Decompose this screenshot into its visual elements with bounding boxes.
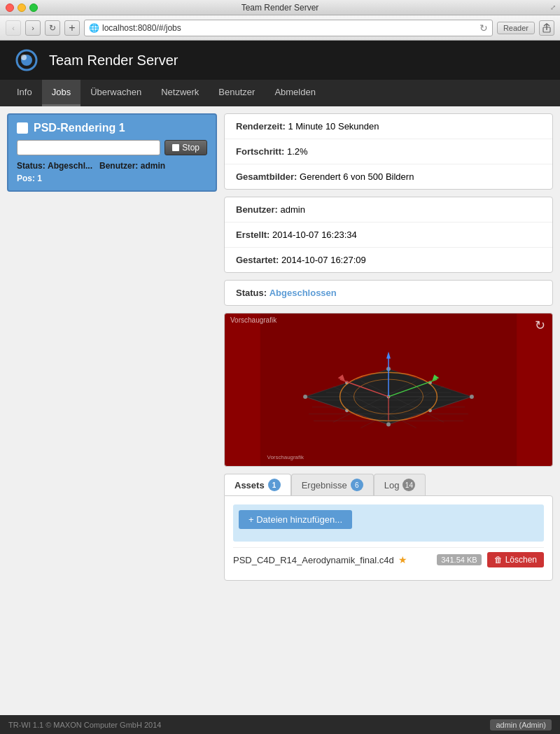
status-value: Abgeschl... bbox=[48, 161, 92, 171]
tab-results[interactable]: Ergebnisse 6 bbox=[291, 474, 374, 495]
svg-point-21 bbox=[470, 395, 474, 399]
svg-point-22 bbox=[386, 423, 391, 427]
asset-filename: PSD_C4D_R14_Aerodynamik_final.c4d bbox=[233, 555, 394, 565]
render-time-row: Renderzeit: 1 Minute 10 Sekunden bbox=[225, 114, 552, 139]
total-images-val: Gerendert 6 von 500 Bildern bbox=[300, 171, 414, 182]
address-bar: ‹ › ↻ + 🌐 localhost:8080/#/jobs ↻ Reader bbox=[0, 15, 560, 41]
progress-row: Fortschritt: 1.2% bbox=[225, 139, 552, 164]
close-button[interactable] bbox=[6, 3, 14, 12]
pos-label: Pos: bbox=[17, 174, 35, 183]
url-secure-icon: 🌐 bbox=[89, 23, 99, 33]
job-status: Status: Abgeschl... bbox=[17, 161, 92, 171]
started-val: 2014-10-07 16:27:09 bbox=[281, 255, 366, 265]
nav-item-info[interactable]: Info bbox=[7, 80, 42, 106]
delete-button[interactable]: 🗑 Löschen bbox=[487, 552, 544, 567]
asset-star-icon: ★ bbox=[398, 554, 407, 565]
trash-icon: 🗑 bbox=[494, 555, 503, 565]
started-label: Gestartet: bbox=[236, 255, 279, 265]
job-input[interactable] bbox=[17, 140, 160, 155]
titlebar: Team Render Server ⤢ bbox=[0, 0, 560, 15]
stop-label: Stop bbox=[182, 143, 200, 153]
user-val: admin bbox=[281, 204, 305, 215]
tab-assets-badge: 1 bbox=[268, 479, 281, 491]
created-label: Erstellt: bbox=[236, 230, 270, 240]
user-label: Benutzer: bbox=[99, 161, 138, 171]
created-val: 2014-10-07 16:23:34 bbox=[272, 230, 357, 240]
window-controls bbox=[6, 3, 38, 12]
footer-copyright: TR-WI 1.1 © MAXON Computer GmbH 2014 bbox=[8, 721, 161, 729]
footer-user: admin (Admin) bbox=[490, 719, 552, 731]
user-info-card: Benutzer: admin Erstellt: 2014-10-07 16:… bbox=[224, 197, 553, 273]
total-images-label: Gesamtbilder: bbox=[236, 171, 297, 182]
nav-item-logout[interactable]: Abmelden bbox=[265, 80, 326, 106]
preview-container: Vorschaugrafik ↻ bbox=[224, 313, 553, 467]
stop-button[interactable]: Stop bbox=[164, 140, 207, 155]
nav-item-users[interactable]: Benutzer bbox=[209, 80, 265, 106]
render-time-val: 1 Minute 10 Sekunden bbox=[288, 121, 379, 132]
reader-button[interactable]: Reader bbox=[497, 22, 535, 34]
forward-button[interactable]: › bbox=[25, 20, 41, 36]
window-title: Team Render Server bbox=[241, 3, 319, 13]
app-logo bbox=[14, 48, 39, 73]
add-files-container: + Dateien hinzufügen... bbox=[233, 504, 544, 542]
total-images-row: Gesamtbilder: Gerendert 6 von 500 Bilder… bbox=[225, 164, 552, 189]
svg-point-4 bbox=[21, 55, 27, 60]
delete-label: Löschen bbox=[505, 555, 537, 565]
main-panel: Renderzeit: 1 Minute 10 Sekunden Fortsch… bbox=[224, 106, 560, 715]
user-value: admin bbox=[141, 161, 165, 171]
job-user: Benutzer: admin bbox=[99, 161, 165, 171]
created-row: Erstellt: 2014-10-07 16:23:34 bbox=[225, 223, 552, 248]
url-text: localhost:8080/#/jobs bbox=[102, 23, 477, 33]
add-files-button[interactable]: + Dateien hinzufügen... bbox=[239, 510, 352, 529]
stop-icon bbox=[172, 144, 179, 151]
content-area: PSD-Rendering 1 Stop Status: Abgeschl...… bbox=[0, 106, 560, 715]
nav-item-jobs[interactable]: Jobs bbox=[42, 80, 80, 106]
progress-label: Fortschritt: bbox=[236, 146, 284, 157]
asset-meta: 341.54 KB 🗑 Löschen bbox=[437, 552, 544, 567]
nav-item-network[interactable]: Netzwerk bbox=[151, 80, 209, 106]
job-title: PSD-Rendering 1 bbox=[34, 122, 207, 134]
progress-val: 1.2% bbox=[287, 146, 308, 157]
asset-row: PSD_C4D_R14_Aerodynamik_final.c4d ★ 341.… bbox=[233, 547, 544, 572]
resize-icon: ⤢ bbox=[550, 3, 556, 11]
minimize-button[interactable] bbox=[18, 3, 26, 12]
url-refresh-icon[interactable]: ↻ bbox=[479, 22, 488, 34]
reload-button[interactable]: ↻ bbox=[45, 20, 60, 36]
tab-content-assets: + Dateien hinzufügen... PSD_C4D_R14_Aero… bbox=[224, 495, 553, 581]
status-card: Status: Abgeschlossen bbox=[224, 280, 553, 306]
render-time-label: Renderzeit: bbox=[236, 121, 286, 132]
new-tab-button[interactable]: + bbox=[64, 20, 80, 36]
status-label: Status: bbox=[17, 161, 46, 171]
url-bar[interactable]: 🌐 localhost:8080/#/jobs ↻ bbox=[84, 20, 493, 36]
tab-log-label: Log bbox=[384, 480, 400, 490]
svg-point-23 bbox=[303, 395, 307, 399]
pos-value: 1 bbox=[37, 174, 42, 183]
preview-refresh-icon[interactable]: ↻ bbox=[535, 318, 545, 333]
tab-results-label: Ergebnisse bbox=[302, 480, 347, 490]
share-button[interactable] bbox=[539, 20, 554, 36]
app-title: Team Render Server bbox=[49, 52, 178, 69]
tab-results-badge: 6 bbox=[351, 479, 363, 491]
job-checkbox[interactable] bbox=[17, 122, 28, 134]
status-val: Abgeschlossen bbox=[270, 288, 337, 298]
asset-name: PSD_C4D_R14_Aerodynamik_final.c4d ★ bbox=[233, 554, 407, 565]
tab-assets-label: Assets bbox=[234, 480, 265, 490]
nav-item-monitor[interactable]: Überwachen bbox=[80, 80, 151, 106]
started-row: Gestartet: 2014-10-07 16:27:09 bbox=[225, 248, 552, 272]
footer: TR-WI 1.1 © MAXON Computer GmbH 2014 adm… bbox=[0, 715, 560, 734]
tab-assets[interactable]: Assets 1 bbox=[224, 474, 291, 495]
user-row: Benutzer: admin bbox=[225, 197, 552, 223]
tab-log-badge: 14 bbox=[402, 479, 415, 491]
asset-size: 341.54 KB bbox=[437, 554, 481, 565]
svg-text:Vorschaugrafik: Vorschaugrafik bbox=[267, 454, 304, 460]
preview-3d-scene: Vorschaugrafik bbox=[225, 313, 552, 466]
maximize-button[interactable] bbox=[29, 3, 38, 12]
sidebar: PSD-Rendering 1 Stop Status: Abgeschl...… bbox=[0, 106, 224, 715]
app-header: Team Render Server bbox=[0, 41, 560, 80]
status-label: Status: bbox=[236, 288, 267, 298]
tabs-bar: Assets 1 Ergebnisse 6 Log 14 bbox=[224, 474, 553, 495]
nav-bar: Info Jobs Überwachen Netzwerk Benutzer A… bbox=[0, 80, 560, 106]
tab-log[interactable]: Log 14 bbox=[374, 474, 426, 495]
back-button[interactable]: ‹ bbox=[6, 20, 21, 36]
render-info-card: Renderzeit: 1 Minute 10 Sekunden Fortsch… bbox=[224, 113, 553, 190]
